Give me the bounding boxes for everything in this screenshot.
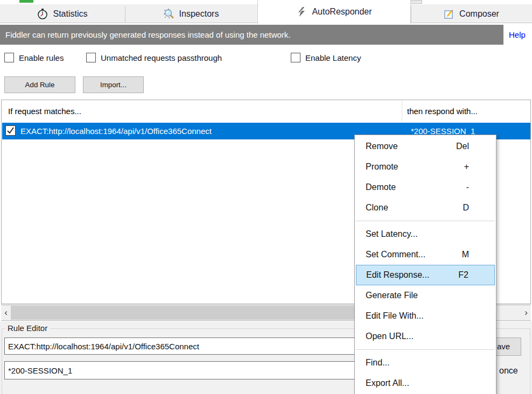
rule-enabled-checkbox[interactable] [5,125,16,136]
column-divider[interactable] [402,101,402,122]
scroll-right-arrow-icon[interactable]: › [521,305,531,320]
add-rule-button[interactable]: Add Rule [4,76,75,93]
scrollbar-thumb[interactable] [11,306,373,320]
menu-separator [356,221,495,221]
menu-item-export-all[interactable]: Export All... [355,373,496,393]
checkbox-label: Unmatched requests passthrough [101,53,222,62]
menu-item-set-latency[interactable]: Set Latency... [355,224,496,244]
column-header-respond[interactable]: then respond with... [407,100,478,122]
tab-inspectors[interactable]: Inspectors [125,4,257,23]
scroll-left-arrow-icon[interactable]: ‹ [1,305,11,320]
menu-item-demote[interactable]: Demote - [355,177,496,198]
shortcut: + [464,162,469,172]
menu-item-edit-file-with[interactable]: Edit File With... [355,306,496,326]
menu-item-generate-file[interactable]: Generate File [355,285,496,306]
fiddler-autoresponder-pane: Statistics Inspectors AutoResponder [0,0,532,394]
checkbox-label: Enable rules [19,53,64,62]
import-button[interactable]: Import... [83,76,144,93]
enable-rules-checkbox[interactable] [4,53,14,62]
tab-label: Statistics [53,9,87,19]
shortcut: D [463,203,469,213]
menu-item-edit-response[interactable]: Edit Response... F2 [356,265,495,285]
tab-label: Inspectors [179,9,219,19]
menu-item-clone[interactable]: Clone D [355,198,496,218]
once-label-fragment: once [499,366,518,376]
shortcut: M [462,250,469,259]
menu-item-remove[interactable]: Remove Del [355,136,496,157]
shortcut: F2 [458,270,468,280]
info-banner: Fiddler can return previously generated … [0,25,503,45]
unmatched-passthrough-checkbox[interactable] [86,53,96,62]
enable-latency-option: Enable Latency [291,52,361,63]
compose-icon [444,9,454,19]
tab-statistics[interactable]: Statistics [0,4,125,23]
enable-latency-checkbox[interactable] [291,53,300,62]
unmatched-passthrough-option: Unmatched requests passthrough [86,52,222,63]
magnifier-icon [164,9,174,19]
save-button[interactable]: ave [496,337,521,356]
rules-table-header: If request matches... then respond with.… [2,100,530,122]
checkmark-icon [6,126,15,135]
menu-item-set-comment[interactable]: Set Comment... M [355,244,496,265]
column-header-match[interactable]: If request matches... [8,100,81,122]
enable-rules-option: Enable rules [4,52,64,63]
toolbar-artifact [19,0,33,3]
tab-label: Composer [459,9,499,19]
lightning-icon [296,6,307,17]
stopwatch-icon [37,9,48,19]
context-menu: Remove Del Promote + Demote - Clone D Se… [354,135,496,394]
tab-composer[interactable]: Composer [411,4,532,23]
tab-label: AutoResponder [312,7,372,17]
help-link[interactable]: Help [509,25,526,45]
menu-item-find[interactable]: Find... [355,353,496,373]
tab-autoresponder[interactable]: AutoResponder [257,0,411,24]
menu-separator [356,349,495,350]
menu-item-open-url[interactable]: Open URL... [355,326,496,347]
menu-item-promote[interactable]: Promote + [355,157,496,177]
rule-editor-label: Rule Editor [5,323,50,333]
shortcut: Del [456,142,469,151]
rule-match-text: EXACT:http://localhost:1964/api/v1/Offic… [20,123,212,139]
shortcut: - [466,182,469,192]
checkbox-label: Enable Latency [305,53,361,62]
